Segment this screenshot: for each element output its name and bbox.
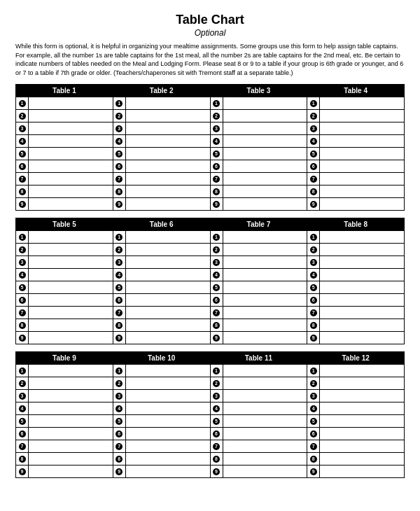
row-content[interactable] — [126, 148, 210, 160]
row-content[interactable] — [126, 428, 210, 440]
row-content[interactable] — [126, 110, 210, 122]
row-content[interactable] — [320, 453, 404, 465]
row-content[interactable] — [223, 122, 307, 134]
row-content[interactable] — [29, 440, 113, 452]
row-content[interactable] — [320, 332, 404, 344]
row-content[interactable] — [320, 294, 404, 306]
row-content[interactable] — [223, 269, 307, 281]
row-content[interactable] — [320, 148, 404, 160]
row-content[interactable] — [320, 269, 404, 281]
row-content[interactable] — [320, 390, 404, 402]
row-content[interactable] — [320, 415, 404, 427]
row-content[interactable] — [126, 269, 210, 281]
row-content[interactable] — [126, 402, 210, 414]
row-content[interactable] — [29, 294, 113, 306]
row-content[interactable] — [126, 244, 210, 255]
row-content[interactable] — [223, 231, 307, 243]
row-content[interactable] — [126, 365, 210, 377]
row-content[interactable] — [126, 281, 210, 293]
row-content[interactable] — [223, 281, 307, 293]
row-content[interactable] — [223, 135, 307, 147]
row-content[interactable] — [320, 440, 404, 452]
row-content[interactable] — [223, 319, 307, 331]
row-content[interactable] — [320, 135, 404, 147]
row-content[interactable] — [223, 307, 307, 318]
row-content[interactable] — [320, 110, 404, 122]
row-content[interactable] — [29, 319, 113, 331]
row-content[interactable] — [320, 465, 404, 477]
row-content[interactable] — [29, 97, 113, 109]
row-content[interactable] — [320, 198, 404, 210]
row-content[interactable] — [223, 428, 307, 440]
row-content[interactable] — [29, 173, 113, 185]
row-content[interactable] — [320, 173, 404, 185]
row-content[interactable] — [29, 269, 113, 281]
row-content[interactable] — [223, 173, 307, 185]
row-content[interactable] — [126, 122, 210, 134]
row-content[interactable] — [126, 390, 210, 402]
row-content[interactable] — [126, 160, 210, 172]
row-content[interactable] — [320, 231, 404, 243]
row-content[interactable] — [126, 453, 210, 465]
row-content[interactable] — [29, 377, 113, 389]
row-content[interactable] — [126, 332, 210, 344]
row-content[interactable] — [223, 453, 307, 465]
row-content[interactable] — [29, 110, 113, 122]
row-content[interactable] — [223, 365, 307, 377]
row-content[interactable] — [320, 122, 404, 134]
row-content[interactable] — [223, 440, 307, 452]
row-content[interactable] — [320, 244, 404, 255]
row-content[interactable] — [29, 135, 113, 147]
row-content[interactable] — [223, 415, 307, 427]
row-content[interactable] — [29, 365, 113, 377]
row-content[interactable] — [29, 160, 113, 172]
row-content[interactable] — [126, 465, 210, 477]
row-content[interactable] — [223, 97, 307, 109]
row-content[interactable] — [320, 319, 404, 331]
row-content[interactable] — [126, 319, 210, 331]
row-content[interactable] — [126, 440, 210, 452]
row-content[interactable] — [126, 256, 210, 268]
row-content[interactable] — [126, 173, 210, 185]
row-content[interactable] — [320, 186, 404, 197]
row-content[interactable] — [126, 186, 210, 197]
row-content[interactable] — [320, 256, 404, 268]
row-content[interactable] — [29, 198, 113, 210]
row-content[interactable] — [223, 186, 307, 197]
row-content[interactable] — [29, 332, 113, 344]
row-content[interactable] — [29, 415, 113, 427]
row-content[interactable] — [320, 281, 404, 293]
row-content[interactable] — [29, 390, 113, 402]
row-content[interactable] — [320, 428, 404, 440]
row-content[interactable] — [29, 453, 113, 465]
row-content[interactable] — [223, 148, 307, 160]
row-content[interactable] — [223, 465, 307, 477]
row-content[interactable] — [29, 244, 113, 255]
row-content[interactable] — [223, 402, 307, 414]
row-content[interactable] — [126, 135, 210, 147]
row-content[interactable] — [320, 307, 404, 318]
row-content[interactable] — [320, 377, 404, 389]
row-content[interactable] — [223, 256, 307, 268]
row-content[interactable] — [29, 281, 113, 293]
row-content[interactable] — [223, 377, 307, 389]
row-content[interactable] — [29, 428, 113, 440]
row-content[interactable] — [126, 377, 210, 389]
row-content[interactable] — [126, 294, 210, 306]
row-content[interactable] — [29, 307, 113, 318]
row-content[interactable] — [320, 402, 404, 414]
row-content[interactable] — [223, 110, 307, 122]
row-content[interactable] — [223, 160, 307, 172]
row-content[interactable] — [126, 97, 210, 109]
row-content[interactable] — [223, 332, 307, 344]
row-content[interactable] — [223, 244, 307, 255]
row-content[interactable] — [223, 294, 307, 306]
row-content[interactable] — [223, 198, 307, 210]
row-content[interactable] — [126, 415, 210, 427]
row-content[interactable] — [126, 198, 210, 210]
row-content[interactable] — [126, 231, 210, 243]
row-content[interactable] — [29, 186, 113, 197]
row-content[interactable] — [29, 256, 113, 268]
row-content[interactable] — [29, 148, 113, 160]
row-content[interactable] — [223, 390, 307, 402]
